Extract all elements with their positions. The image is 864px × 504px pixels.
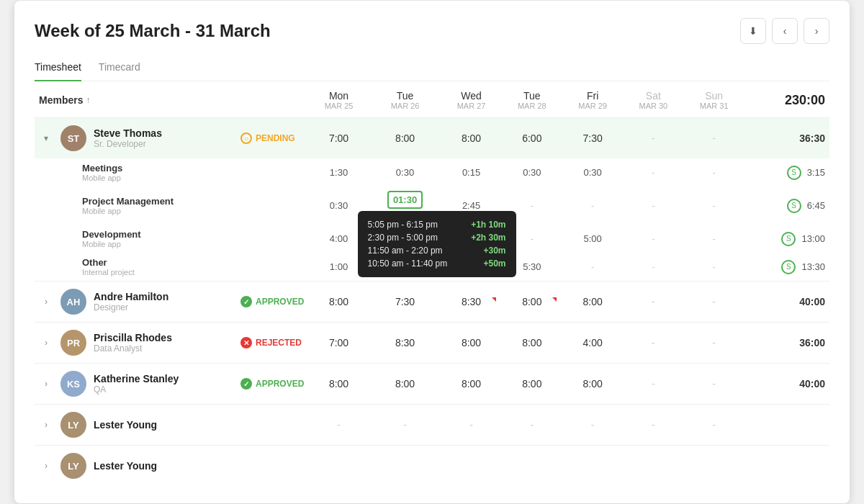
member-time-thu[interactable]: 8:00 [502,323,562,364]
member-time-mon[interactable]: 7:00 [308,118,369,159]
member-time-wed[interactable]: 8:00 [441,323,501,364]
member-time-sat[interactable]: - [623,282,683,323]
member-name: Andre Hamilton [94,291,168,302]
member-time-fri[interactable]: 7:30 [562,118,623,159]
page-title: Week of 25 March - 31 March [35,21,271,41]
tooltip-time-range: 2:30 pm - 5:00 pm [368,233,438,243]
subtask-time-sun[interactable]: - [684,186,744,225]
member-time-tue[interactable]: - [369,405,441,446]
subtask-circle-icon: S [781,260,796,274]
expand-button[interactable]: › [39,338,53,348]
member-total [744,405,829,446]
timesheet-container: Week of 25 March - 31 March ⬇ ‹ › Timesh… [14,1,850,503]
member-time-sun[interactable]: - [684,405,744,446]
member-time-sun[interactable]: - [684,364,744,405]
download-button[interactable]: ⬇ [740,18,766,44]
member-time-mon[interactable]: - [308,405,369,446]
subtask-time-sun[interactable]: - [684,225,744,253]
status-badge: ○PENDING [240,132,304,144]
subtask-time-fri[interactable]: - [562,186,623,225]
expand-button[interactable]: › [39,420,53,430]
member-time-wed[interactable]: 8:00 [441,364,501,405]
thu-column-header: Tue MAR 28 [502,81,562,118]
subtask-time-sun[interactable]: - [684,253,744,282]
member-time-fri[interactable]: 8:00 [562,282,623,323]
subtask-time-tue[interactable]: 0:30 [369,158,441,186]
subtask-time-sat[interactable]: - [623,186,683,225]
member-time-tue[interactable]: 8:00 [369,118,441,159]
member-time-fri[interactable]: 4:00 [562,323,623,364]
highlighted-time-cell[interactable]: 01:30 [387,191,423,209]
member-time-wed[interactable]: 8:30 [441,282,501,323]
status-column-header [236,81,308,118]
member-time-wed[interactable]: - [441,405,501,446]
subtask-time-sat[interactable]: - [623,158,683,186]
status-icon-rejected: ✕ [240,337,252,348]
subtask-time-wed[interactable]: 0:15 [441,158,501,186]
member-time-thu[interactable]: - [502,405,562,446]
member-time-thu[interactable]: 8:00 [502,282,562,323]
tab-timecard[interactable]: Timecard [99,55,140,81]
subtask-time-fri[interactable]: 5:00 [562,225,623,253]
member-time-fri[interactable]: 8:00 [562,364,623,405]
member-time-tue[interactable]: 7:30 [369,282,441,323]
member-status-cell: ○PENDING [236,118,308,159]
sort-arrow-icon[interactable]: ↑ [86,95,90,105]
tab-timesheet[interactable]: Timesheet [35,55,81,81]
member-row: › KS Katherine Stanley QA ✓APPROVED 8:00… [35,364,829,405]
member-info-cell: › AH Andre Hamilton Designer [35,282,236,323]
member-time-sun[interactable]: - [684,323,744,364]
subtask-name-cell: Development Mobile app [35,225,236,253]
prev-week-button[interactable]: ‹ [772,18,798,44]
red-triangle-marker [552,297,557,302]
avatar: LY [60,412,86,438]
subtask-time-mon[interactable]: 1:30 [308,158,369,186]
tooltip-time-range: 11:50 am - 2:20 pm [368,246,443,256]
subtask-total-value: 3:15 [807,167,825,178]
expand-button[interactable]: ▾ [39,133,53,143]
member-time-sat[interactable]: - [623,323,683,364]
subtask-time-tue[interactable]: 01:30 ↑ 5:05 pm - 6:15 pm +1h 10m 2:30 p… [369,186,441,225]
member-name: Priscilla Rhodes [94,332,172,343]
member-time-thu[interactable]: 6:00 [502,118,562,159]
status-badge: ✓APPROVED [240,296,304,307]
member-role: Designer [94,302,168,312]
wed-column-header: Wed MAR 27 [441,81,501,118]
member-name: Lester Young [94,460,157,472]
subtask-time-fri[interactable]: - [562,253,623,282]
member-status-cell: ✕REJECTED [236,323,308,364]
subtask-time-sat[interactable]: - [623,253,683,282]
member-time-mon[interactable]: 8:00 [308,282,369,323]
member-time-tue[interactable]: 8:30 [369,323,441,364]
subtask-time-thu[interactable]: 0:30 [502,158,562,186]
member-name: Katherine Stanley [94,373,179,384]
member-time-mon[interactable]: 8:00 [308,364,369,405]
subtask-time-fri[interactable]: 0:30 [562,158,623,186]
member-time-fri[interactable]: - [562,405,623,446]
member-time-sun[interactable]: - [684,282,744,323]
subtask-circle-icon: S [781,232,796,246]
member-time-mon[interactable]: 7:00 [308,323,369,364]
member-time-wed[interactable]: 8:00 [441,118,501,159]
member-time-thu[interactable]: 8:00 [502,364,562,405]
expand-button[interactable]: › [39,461,53,471]
member-time-sat[interactable]: - [623,364,683,405]
expand-button[interactable]: › [39,379,53,389]
member-time-sat[interactable]: - [623,118,683,159]
subtask-total-value: 6:45 [807,200,825,211]
expand-button[interactable]: › [39,297,53,307]
subtask-time-sat[interactable]: - [623,225,683,253]
subtask-name: Other [39,257,232,268]
subtask-name: Project Management [39,196,232,207]
member-time-sat[interactable]: - [623,405,683,446]
subtask-time-sun[interactable]: - [684,158,744,186]
member-info-cell: › KS Katherine Stanley QA [35,364,236,405]
subtask-circle-icon: S [787,166,801,180]
member-total: 36:00 [744,323,829,364]
avatar: AH [60,289,86,315]
tooltip-extra-time: +50m [483,258,505,269]
next-week-button[interactable]: › [804,18,829,44]
member-time-sun[interactable]: - [684,118,744,159]
member-time-tue[interactable]: 8:00 [369,364,441,405]
red-triangle-marker [492,297,496,302]
